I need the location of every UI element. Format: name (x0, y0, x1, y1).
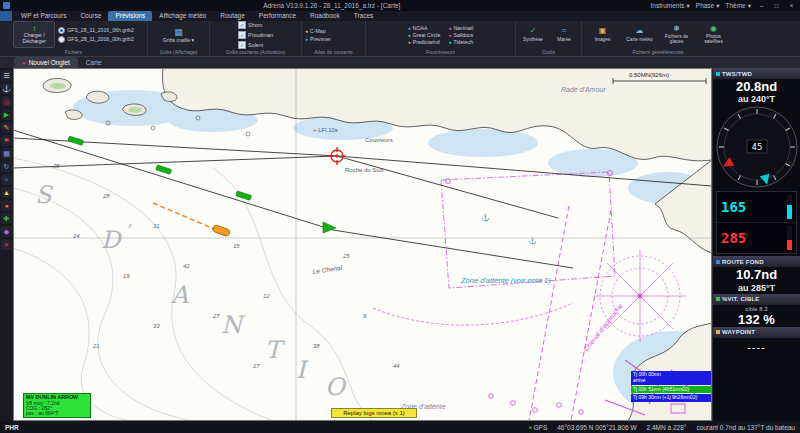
carte-meteo-button[interactable]: ☁ Carte météo (623, 27, 657, 41)
grib-file-option-2[interactable]: GFS_28_11_2016_00h.grib2 (58, 36, 134, 43)
route-fond-header[interactable]: ROUTE FOND (713, 256, 800, 267)
atlas-cmap-button[interactable]: ● C-Map (305, 28, 326, 34)
group-label: Fichiers géoréférencés (582, 49, 734, 55)
svg-text:42: 42 (183, 263, 190, 269)
eta-box[interactable]: Tj 00h 51mn (4h51mn02) (631, 386, 711, 394)
checkbox-checked-icon: ✓ (238, 41, 246, 49)
provider-icon: ● (448, 39, 451, 45)
provider-saildocs[interactable]: ●Saildocs (448, 32, 473, 38)
anchor-symbol-icon: ⚓ (528, 236, 537, 245)
tab-course[interactable]: Course (73, 11, 108, 21)
tab-previsions[interactable]: Prévisions (108, 11, 152, 21)
chart-label: Roche du Sud (345, 167, 383, 173)
route-fond-value: 10.7nd (713, 268, 800, 282)
minimize-button[interactable]: – (757, 2, 766, 9)
edit-icon[interactable]: ✎ (1, 122, 12, 133)
buoy-icon[interactable]: ● (1, 200, 12, 211)
synthese-button[interactable]: ✓ Synthèse (519, 27, 547, 41)
gribs-maille-button[interactable]: ▦ Gribs maille ▾ (163, 27, 194, 43)
panel-icon (716, 297, 720, 301)
anchor-icon[interactable]: ⚓ (1, 83, 12, 94)
checkbox-proudman[interactable]: ✓ Proudman (238, 31, 273, 39)
checkbox-checked-icon: ✓ (238, 31, 246, 39)
svg-text:35: 35 (53, 163, 60, 169)
wind-icon[interactable]: ≈ (1, 174, 12, 185)
grib-file-option-1[interactable]: GFS_28_11_2016_06h.grib2 (58, 27, 134, 34)
ribbon-group-georeferences: ▣ Images ☁ Carte météo ❄ Fichiers de gla… (582, 21, 734, 56)
svg-text:O: O (325, 373, 347, 401)
tws-header[interactable]: TWS/TWD (713, 68, 800, 79)
add-icon[interactable]: ✚ (1, 213, 12, 224)
app-menu-button[interactable] (0, 11, 12, 21)
tab-carte[interactable]: Carte (78, 57, 110, 68)
digital-instrument-cluster[interactable]: 165 285 (716, 191, 797, 254)
eta-box[interactable]: Tj 09h 30mn (+1j 9h26mn02) (631, 394, 711, 402)
svg-text:A: A (170, 281, 189, 309)
group-label: Outils (516, 49, 581, 55)
provider-navimail[interactable]: ●Navimail (448, 25, 473, 31)
maree-button[interactable]: ≈ Marée (550, 27, 578, 41)
refresh-icon[interactable]: ↻ (1, 161, 12, 172)
provider-noaa[interactable]: ●NOAA (408, 25, 441, 31)
tab-performance[interactable]: Performance (252, 11, 303, 21)
provider-tidetech[interactable]: ●Tidetech (448, 39, 473, 45)
compass-center-value: 45 (751, 142, 762, 152)
checkbox-solent[interactable]: ✓ Solent (238, 41, 273, 49)
theme-menu[interactable]: Thème▾ (726, 2, 752, 10)
instruments-menu[interactable]: Instruments▾ (651, 2, 690, 10)
waypoint-header[interactable]: WAYPOINT (713, 327, 800, 338)
tab-roadbook[interactable]: Roadbook (303, 11, 347, 21)
cluster-top-bar (787, 195, 792, 219)
satellite-photo-icon: ◉ (710, 25, 717, 33)
images-button[interactable]: ▣ Images (586, 27, 620, 41)
group-label: Fichiers (0, 49, 147, 55)
tab-routage[interactable]: Routage (213, 11, 252, 21)
eta-box[interactable]: Tj 00h 00mn arrivé (631, 371, 711, 385)
fichiers-glaces-button[interactable]: ❄ Fichiers de glaces (660, 25, 694, 44)
close-button[interactable]: × (787, 2, 796, 9)
boat-info-box[interactable]: MV DUNLIN ARROW V8 moy : 7.2nd COG : 262… (23, 393, 91, 418)
atlas-previmer-button[interactable]: ● Previmer (305, 36, 331, 42)
provider-great-circle[interactable]: ●Great Circle (408, 32, 441, 38)
load-unload-button[interactable]: ↕ Charger / Décharger (13, 21, 55, 48)
ribbon-tab-bar: WP et Parcours Course Prévisions Afficha… (0, 11, 800, 21)
ribbon-group-atlas: ● C-Map ● Previmer Atlas de courants (302, 21, 366, 56)
target-icon[interactable]: ◎ (1, 96, 12, 107)
restore-button[interactable]: □ (772, 2, 781, 9)
photos-satellites-button[interactable]: ◉ Photos satellites (697, 25, 731, 44)
close-icon[interactable]: ✕ (1, 239, 12, 250)
route-icon[interactable]: ▶ (1, 109, 12, 120)
svg-text:D: D (101, 226, 123, 254)
provider-icon: ● (408, 25, 411, 31)
compass-rose (594, 250, 686, 342)
provider-predictwind[interactable]: ●Predictwind (408, 39, 441, 45)
svg-text:44: 44 (393, 363, 400, 369)
menu-icon[interactable]: ☰ (1, 70, 12, 81)
tab-nouvel-onglet[interactable]: ● Nouvel Onglet (14, 57, 78, 68)
ice-icon: ❄ (673, 25, 680, 33)
compass-gauge[interactable]: 45 (713, 105, 800, 189)
checkbox-shom[interactable]: ✓ Shom (238, 21, 273, 29)
nautical-chart-canvas[interactable]: ⚓ ⚓ 0.50MN(926m) S D ’ A (13, 68, 712, 421)
route-fond-direction: au 285°T (713, 283, 800, 293)
tab-affichage-meteo[interactable]: Affichage météo (152, 11, 213, 21)
status-bar: PHR ● GPS 46°03.695 N 005°21.806 W 2.4MN… (0, 421, 800, 433)
phase-menu[interactable]: Phase▾ (696, 2, 720, 10)
tws-direction: au 240°T (713, 94, 800, 104)
svg-text:28: 28 (102, 193, 110, 199)
vit-cible-header[interactable]: %VIT. CIBLE (713, 294, 800, 305)
current-info: courant 0.7nd au 137°T du bateau (696, 424, 795, 431)
gps-dot-icon: ● (528, 424, 531, 430)
tab-wp-et-parcours[interactable]: WP et Parcours (14, 11, 73, 21)
scale-label: 0.50MN(926m) (629, 72, 669, 78)
svg-text:38: 38 (313, 343, 320, 349)
grid-icon[interactable]: ▦ (1, 148, 12, 159)
layers-icon[interactable]: ◆ (1, 226, 12, 237)
replay-status-box[interactable]: Replay logs nmea (x 1) (331, 408, 417, 418)
flag-icon[interactable]: ⚑ (1, 135, 12, 146)
ribbon-group-fichiers: ↕ Charger / Décharger GFS_28_11_2016_06h… (0, 21, 148, 56)
svg-text:21: 21 (92, 343, 100, 349)
tab-traces[interactable]: Traces (347, 11, 381, 21)
sail-icon[interactable]: ▲ (1, 187, 12, 198)
cluster-bottom-value: 285 (721, 230, 746, 246)
